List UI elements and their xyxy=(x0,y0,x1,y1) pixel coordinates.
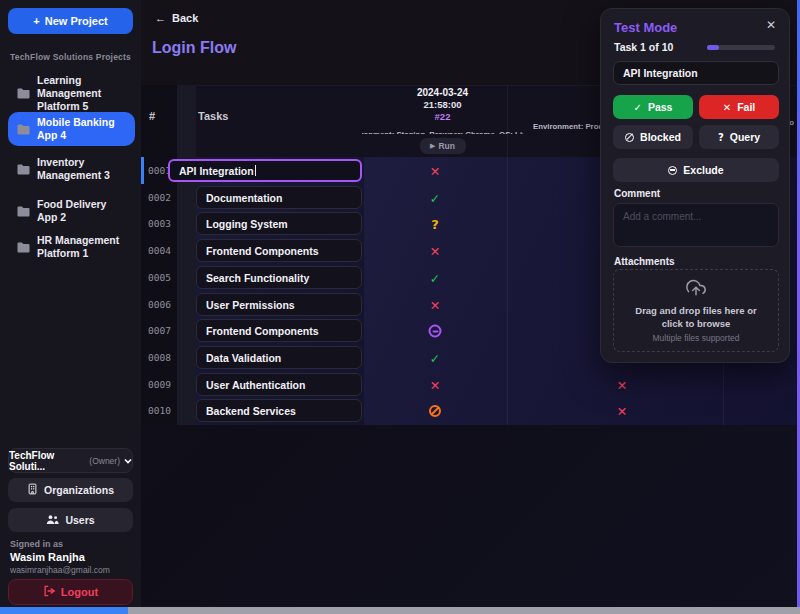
users-button[interactable]: Users xyxy=(8,508,133,532)
comment-textarea[interactable] xyxy=(613,203,779,247)
new-project-button[interactable]: + New Project xyxy=(8,8,133,34)
pass-button[interactable]: ✓ Pass xyxy=(613,95,693,119)
logout-button[interactable]: Logout xyxy=(8,579,133,605)
cloud-upload-icon xyxy=(684,278,708,302)
status-pass-icon: ✓ xyxy=(430,271,440,286)
gutter-column xyxy=(177,85,196,425)
status-cell[interactable]: ? xyxy=(431,217,439,232)
task-cell[interactable]: API Integration xyxy=(168,159,362,182)
task-cell[interactable]: Data Validation xyxy=(196,346,362,369)
sidebar-item-project[interactable]: HR Management Platform 1 xyxy=(8,228,135,266)
task-cell[interactable]: Backend Services xyxy=(196,399,362,422)
app-window: + New Project TechFlow Solutions Project… xyxy=(0,0,800,614)
horizontal-scrollbar[interactable] xyxy=(0,607,800,614)
status-cell[interactable]: ✕ xyxy=(430,298,440,313)
status-cell[interactable]: ✕ xyxy=(430,164,440,179)
status-fail-icon: ✕ xyxy=(430,164,440,179)
run-time: 21:58:00 xyxy=(362,99,523,111)
sidebar-item-project[interactable]: Mobile Banking App 4 xyxy=(8,112,135,146)
plus-icon: + xyxy=(33,15,39,27)
org-switcher-dropdown[interactable]: TechFlow Soluti... (Owner) xyxy=(8,448,133,473)
task-cell[interactable]: User Authentication xyxy=(196,373,362,396)
fail-button[interactable]: ✕ Fail xyxy=(699,95,779,119)
users-icon xyxy=(46,514,59,527)
close-icon[interactable]: ✕ xyxy=(766,18,776,32)
task-name: API Integration xyxy=(179,165,254,177)
row-number: 0009 xyxy=(148,379,174,390)
status-blocked-icon xyxy=(429,405,441,417)
circle-slash-icon xyxy=(625,133,634,142)
run-button[interactable]: ▶ Run xyxy=(420,138,466,154)
projects-section-label: TechFlow Solutions Projects xyxy=(10,52,131,62)
organizations-label: Organizations xyxy=(44,484,114,496)
fail-label: Fail xyxy=(737,101,755,113)
blocked-label: Blocked xyxy=(640,131,681,143)
status-cell[interactable]: ✓ xyxy=(430,271,440,286)
signed-in-label: Signed in as xyxy=(10,539,63,549)
sidebar-item-project[interactable]: Inventory Management 3 xyxy=(8,150,135,188)
status-pass-icon: ✓ xyxy=(430,191,440,206)
status-cell[interactable] xyxy=(429,405,441,417)
page-title: Login Flow xyxy=(152,39,236,57)
file-dropzone[interactable]: Drag and drop files here or click to bro… xyxy=(613,269,779,352)
folder-icon xyxy=(17,242,30,253)
number-column-header: # xyxy=(149,110,155,122)
task-cell[interactable]: Logging System xyxy=(196,212,362,235)
scrollbar-thumb[interactable] xyxy=(0,607,128,614)
comment-label: Comment xyxy=(614,188,660,199)
status-cell[interactable] xyxy=(429,325,442,338)
task-name: Frontend Components xyxy=(206,245,319,257)
status-cell[interactable]: ✓ xyxy=(430,351,440,366)
project-name: Inventory Management 3 xyxy=(37,156,129,182)
attachments-label: Attachments xyxy=(614,256,675,267)
status-fail-icon: ✕ xyxy=(430,378,440,393)
row-number: 0008 xyxy=(148,352,174,363)
run-date: 2024-03-24 xyxy=(362,86,523,99)
task-cell[interactable]: Frontend Components xyxy=(196,239,362,262)
status-fail-icon: ✕ xyxy=(617,404,627,419)
run-environment: Environment: Staging, Browser: Chrome, O… xyxy=(362,129,523,134)
status-cell[interactable]: ✓ xyxy=(430,191,440,206)
task-cell[interactable]: Documentation xyxy=(196,186,362,209)
status-fail-icon: ✕ xyxy=(430,298,440,313)
task-cell[interactable]: User Permissions xyxy=(196,293,362,316)
progress-bar-fill xyxy=(707,45,719,50)
project-name: Learning Management Platform 5 xyxy=(37,74,129,113)
status-cell[interactable]: ✕ xyxy=(617,404,627,419)
sidebar-item-project[interactable]: Learning Management Platform 5 xyxy=(8,70,135,117)
task-name: Documentation xyxy=(206,192,282,204)
status-fail-icon: ✕ xyxy=(617,378,627,393)
query-button[interactable]: ? Query xyxy=(699,125,779,149)
pass-label: Pass xyxy=(648,101,673,113)
row-number: 0007 xyxy=(148,325,174,336)
org-switcher-name: TechFlow Soluti... xyxy=(9,450,85,472)
status-query-icon: ? xyxy=(431,217,439,232)
status-cell[interactable]: ✕ xyxy=(430,378,440,393)
back-label: Back xyxy=(172,12,198,24)
tasks-column-header: Tasks xyxy=(198,110,228,122)
task-name: Data Validation xyxy=(206,352,281,364)
row-number: 0006 xyxy=(148,299,174,310)
chevron-down-icon xyxy=(124,455,132,466)
organizations-button[interactable]: Organizations xyxy=(8,478,133,502)
logout-label: Logout xyxy=(61,586,98,598)
row-number: 0004 xyxy=(148,245,174,256)
status-cell[interactable]: ✕ xyxy=(617,378,627,393)
task-cell[interactable]: Search Functionality xyxy=(196,266,362,289)
row-number: 0005 xyxy=(148,272,174,283)
blocked-button[interactable]: Blocked xyxy=(613,125,693,149)
circle-minus-icon xyxy=(668,166,677,175)
task-name-input[interactable] xyxy=(613,61,779,85)
text-cursor xyxy=(255,165,257,176)
progress-bar xyxy=(707,45,775,50)
back-button[interactable]: ← Back xyxy=(155,12,198,24)
task-cell[interactable]: Frontend Components xyxy=(196,319,362,342)
folder-icon xyxy=(17,206,30,217)
sidebar-item-project[interactable]: Food Delivery App 2 xyxy=(8,194,135,228)
task-name: User Authentication xyxy=(206,379,305,391)
exclude-button[interactable]: Exclude xyxy=(613,158,779,182)
status-cell[interactable]: ✕ xyxy=(430,244,440,259)
org-switcher-role: (Owner) xyxy=(89,456,120,466)
users-label: Users xyxy=(65,514,94,526)
check-icon: ✓ xyxy=(634,102,642,113)
